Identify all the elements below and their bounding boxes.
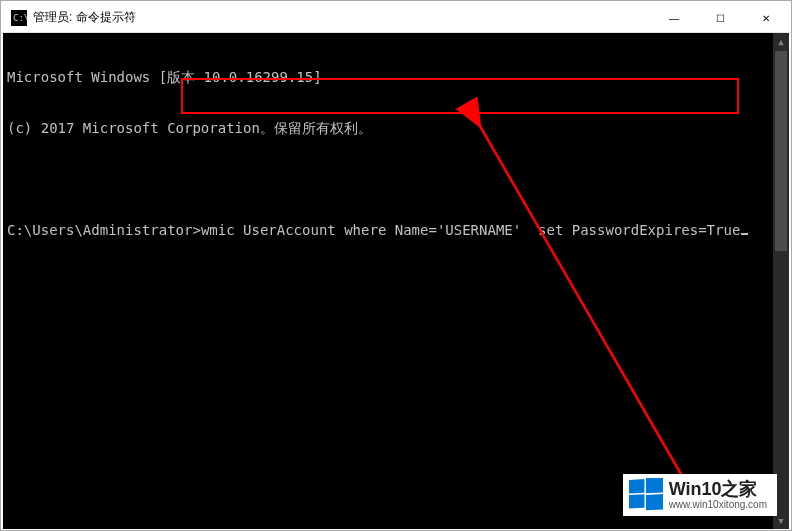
terminal-line-blank [7, 171, 785, 188]
scroll-up-arrow-icon[interactable]: ▲ [773, 33, 789, 50]
svg-rect-5 [646, 478, 663, 493]
watermark-url: www.win10xitong.com [669, 499, 767, 510]
watermark-title: Win10之家 [669, 480, 767, 500]
svg-rect-4 [629, 479, 644, 493]
windows-logo-icon [629, 478, 663, 512]
titlebar[interactable]: C:\ 管理员: 命令提示符 — ☐ ✕ [3, 3, 789, 33]
terminal-line-version: Microsoft Windows [版本 10.0.16299.15] [7, 69, 785, 86]
terminal-line-copyright: (c) 2017 Microsoft Corporation。保留所有权利。 [7, 120, 785, 137]
minimize-button[interactable]: — [651, 3, 697, 33]
svg-rect-6 [629, 494, 644, 508]
svg-rect-7 [646, 494, 663, 510]
watermark-text: Win10之家 www.win10xitong.com [669, 480, 767, 511]
terminal-command: wmic UserAccount where Name='USERNAME' s… [201, 222, 740, 238]
watermark: Win10之家 www.win10xitong.com [623, 474, 777, 516]
scrollbar-thumb[interactable] [775, 51, 787, 251]
terminal-cursor [741, 233, 748, 235]
close-button[interactable]: ✕ [743, 3, 789, 33]
cmd-icon: C:\ [11, 10, 27, 26]
window-controls: — ☐ ✕ [651, 3, 789, 33]
cmd-window: C:\ 管理员: 命令提示符 — ☐ ✕ Microsoft Windows [… [3, 3, 789, 529]
window-title: 管理员: 命令提示符 [33, 9, 136, 26]
vertical-scrollbar[interactable]: ▲ ▼ [773, 33, 789, 529]
terminal-prompt: C:\Users\Administrator> [7, 222, 201, 238]
terminal-prompt-line: C:\Users\Administrator>wmic UserAccount … [7, 222, 785, 239]
maximize-button[interactable]: ☐ [697, 3, 743, 33]
terminal-body[interactable]: Microsoft Windows [版本 10.0.16299.15] (c)… [3, 33, 789, 529]
svg-text:C:\: C:\ [13, 13, 27, 23]
